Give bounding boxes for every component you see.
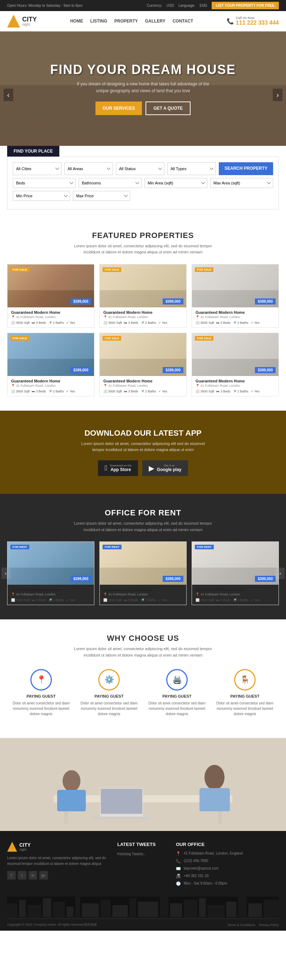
property-card-3[interactable]: FOR SALE $389,000 Guaranteed Modern Home… — [7, 333, 94, 396]
footer-copyright: Copyright © 2022 Company name. All right… — [7, 923, 97, 927]
prop-price-o1: $389,000 — [163, 576, 183, 582]
prop-addr-1: 📍41 Fullsteam Road, London — [103, 315, 183, 319]
our-services-button[interactable]: OUR SERVICES — [95, 102, 142, 115]
garage-spec-5: ✓ Yes — [251, 390, 259, 393]
garage-spec-o1: ✓ Yes — [158, 598, 167, 602]
prop-name-2: Guaranteed Modern Home — [195, 310, 275, 315]
location-icon-1: 📍 — [103, 315, 107, 319]
prop-image-3: FOR SALE $389,000 — [8, 333, 94, 376]
svg-rect-30 — [7, 904, 17, 917]
hero-next-arrow[interactable]: › — [273, 89, 283, 101]
prop-badge-2: FOR SALE — [195, 267, 213, 272]
property-card-4[interactable]: FOR SALE $389,000 Guaranteed Modern Home… — [99, 333, 187, 396]
baths-select[interactable]: Bathrooms — [79, 178, 141, 188]
get-quote-button[interactable]: GET A QUOTE — [146, 102, 191, 115]
footer-terms-link[interactable]: Terms & Conditions — [227, 923, 255, 927]
footer-office-icon-1: 📞 — [176, 859, 181, 864]
list-property-button[interactable]: LIST YOUR PROPERTY FOR FREE — [211, 2, 279, 9]
appstore-button[interactable]:  Download on the App Store — [98, 460, 138, 476]
prop-image-o1: FOR RENT $389,000 — [100, 542, 186, 585]
baths-spec-3: 🚿 2 Baths — [48, 390, 64, 393]
footer-tweets-col: LATEST TWEETS Fetching Tweets.. — [117, 842, 169, 889]
nav-property[interactable]: PROPERTY — [114, 19, 138, 24]
sqft-spec-4: ⬜ 3500 Sqft — [103, 390, 122, 393]
city-select[interactable]: All Cities — [13, 162, 62, 175]
social-facebook[interactable]: f — [7, 871, 16, 880]
prop-price-5: $389,000 — [255, 367, 276, 373]
prop-name-o2: Guaranteed Modern Home — [195, 587, 275, 592]
svg-rect-36 — [75, 897, 80, 917]
search-section: FIND YOUR PLACE All Cities All Areas All… — [0, 146, 286, 216]
sqft-spec-5: ⬜ 3500 Sqft — [195, 390, 214, 393]
property-card-o0[interactable]: FOR RENT $389,000 Guaranteed Modern Home… — [7, 541, 94, 605]
nav-contact[interactable]: CONTACT — [173, 19, 194, 24]
logo-name: CITY — [22, 16, 37, 22]
social-googleplus[interactable]: g+ — [39, 871, 48, 880]
property-card-5[interactable]: FOR SALE $389,000 Guaranteed Modern Home… — [192, 333, 279, 396]
why-icon-circle-2: 🖨️ — [166, 669, 188, 690]
social-twitter[interactable]: t — [18, 871, 27, 880]
prop-addr-o1: 📍41 Fullsteam Road, London — [103, 593, 183, 596]
property-card-2[interactable]: FOR SALE $389,000 Guaranteed Modern Home… — [192, 264, 279, 328]
location-icon-5: 📍 — [195, 384, 200, 387]
location-icon-o2: 📍 — [195, 593, 200, 596]
nav-gallery[interactable]: GALLERY — [145, 19, 165, 24]
why-subtitle: Lorem ipsum dolor sit amet, consectetur … — [72, 646, 214, 658]
location-icon-0: 📍 — [11, 315, 15, 319]
footer-privacy-link[interactable]: Privacy Policy — [259, 923, 279, 927]
prop-info-2: Guaranteed Modern Home 📍41 Fullsteam Roa… — [192, 307, 278, 328]
min-price-select[interactable]: Min Price — [13, 191, 70, 201]
max-area-select[interactable]: Max Area (sqft) — [210, 178, 273, 188]
svg-rect-48 — [238, 897, 247, 917]
footer-office-text-4: Mon - Sat 9:00am - 6:00pm — [184, 881, 227, 885]
property-card-o1[interactable]: FOR RENT $389,000 Guaranteed Modern Home… — [99, 541, 187, 605]
baths-spec-0: 🚿 2 Baths — [48, 321, 64, 325]
location-icon-4: 📍 — [103, 384, 107, 387]
social-linkedin[interactable]: in — [29, 871, 37, 880]
prop-name-o0: Guaranteed Modern Home — [11, 587, 91, 592]
svg-rect-39 — [113, 905, 128, 917]
office-carousel: ‹ FOR RENT $389,000 Guaranteed Modern Ho… — [7, 541, 279, 605]
footer-grid: CITY night Lorem ipsum dolor sit amet, c… — [7, 842, 279, 889]
footer-office-col: OUR OFFICE 📍 41 Fullsteam Road, London, … — [176, 842, 279, 889]
prop-name-5: Guaranteed Modern Home — [195, 379, 275, 383]
svg-rect-25 — [200, 788, 230, 811]
sqft-spec-1: ⬜ 3500 Sqft — [103, 321, 122, 325]
topbar-hours: Open Hours: Monday to Saturday - 9am to … — [7, 3, 83, 8]
area-select[interactable]: All Areas — [64, 162, 113, 175]
type-select[interactable]: All Types — [167, 162, 216, 175]
beds-spec-o1: 🛏 3 Beds — [124, 598, 138, 602]
property-card-0[interactable]: FOR SALE $389,000 Guaranteed Modern Home… — [7, 264, 94, 328]
team-illustration — [0, 738, 286, 831]
language-value[interactable]: ENG — [200, 3, 207, 8]
office-next-arrow[interactable]: › — [276, 568, 284, 579]
office-prev-arrow[interactable]: ‹ — [2, 568, 10, 579]
app-title: Download Our Latest App — [7, 428, 279, 438]
footer-links: Terms & Conditions Privacy Policy — [227, 923, 279, 927]
hero-prev-arrow[interactable]: ‹ — [3, 89, 13, 101]
nav-listing[interactable]: LISTING — [90, 19, 107, 24]
property-card-1[interactable]: FOR SALE $389,000 Guaranteed Modern Home… — [99, 264, 187, 328]
logo-icon — [7, 15, 20, 27]
status-select[interactable]: All Status — [116, 162, 164, 175]
prop-specs-2: ⬜ 3500 Sqft 🛏 3 Beds 🚿 2 Baths ✓ Yes — [195, 321, 275, 325]
why-item-text-3: Dolor sit amet consectetur sed diam nonu… — [216, 700, 273, 717]
prop-name-o1: Guaranteed Modern Home — [103, 587, 183, 592]
max-price-select[interactable]: Max Price — [73, 191, 130, 201]
prop-image-5: FOR SALE $389,000 — [192, 333, 278, 376]
nav-home[interactable]: HOME — [70, 19, 83, 24]
baths-spec-5: 🚿 2 Baths — [233, 390, 248, 393]
phone-number: 111 222 333 444 — [236, 20, 279, 26]
min-area-select[interactable]: Min Area (sqft) — [145, 178, 207, 188]
currency-value[interactable]: USD — [167, 3, 174, 8]
beds-select[interactable]: Beds — [13, 178, 76, 188]
svg-rect-27 — [101, 789, 142, 814]
beds-spec-5: 🛏 3 Beds — [216, 390, 230, 393]
svg-rect-35 — [67, 907, 73, 917]
svg-rect-34 — [53, 902, 65, 917]
search-property-button[interactable]: SEARCH PROPERTY — [219, 162, 273, 175]
property-card-o2[interactable]: FOR RENT $389,000 Guaranteed Modern Home… — [192, 541, 279, 605]
garage-spec-3: ✓ Yes — [66, 390, 75, 393]
googleplay-button[interactable]: ▶ Get it on Google play — [142, 460, 188, 476]
prop-price-0: $389,000 — [70, 298, 91, 304]
